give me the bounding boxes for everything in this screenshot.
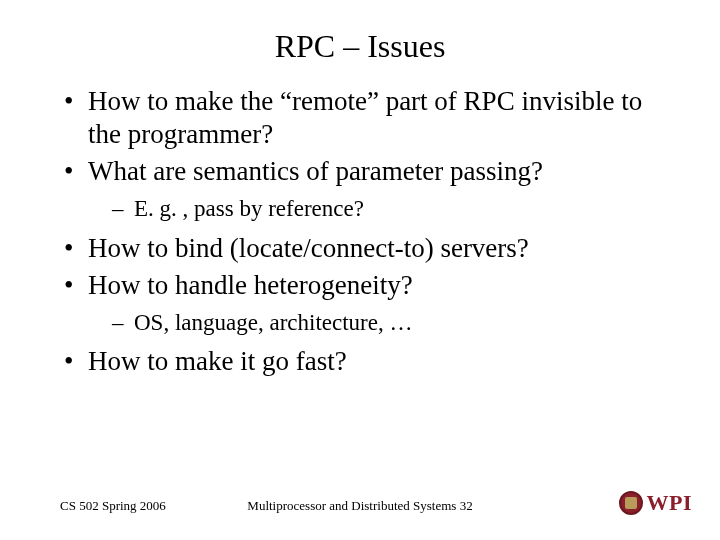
sub-bullet-list: E. g. , pass by reference? bbox=[88, 194, 680, 224]
slide: RPC – Issues How to make the “remote” pa… bbox=[0, 0, 720, 540]
bullet-item: How to handle heterogeneity? OS, languag… bbox=[60, 269, 680, 338]
bullet-list: How to make the “remote” part of RPC inv… bbox=[60, 85, 680, 378]
sub-bullet-text: E. g. , pass by reference? bbox=[134, 196, 364, 221]
bullet-item: What are semantics of parameter passing?… bbox=[60, 155, 680, 224]
bullet-text: How to handle heterogeneity? bbox=[88, 270, 413, 300]
footer: CS 502 Spring 2006 Multiprocessor and Di… bbox=[0, 484, 720, 514]
bullet-text: How to bind (locate/connect-to) servers? bbox=[88, 233, 529, 263]
slide-title: RPC – Issues bbox=[0, 0, 720, 85]
wpi-logo: WPI bbox=[619, 488, 693, 518]
bullet-text: How to make it go fast? bbox=[88, 346, 347, 376]
wpi-logo-text: WPI bbox=[647, 490, 693, 516]
sub-bullet-list: OS, language, architecture, … bbox=[88, 308, 680, 338]
sub-bullet-item: OS, language, architecture, … bbox=[112, 308, 680, 338]
wpi-seal-icon bbox=[619, 491, 643, 515]
bullet-item: How to make it go fast? bbox=[60, 345, 680, 378]
bullet-text: How to make the “remote” part of RPC inv… bbox=[88, 86, 642, 149]
bullet-text: What are semantics of parameter passing? bbox=[88, 156, 543, 186]
sub-bullet-item: E. g. , pass by reference? bbox=[112, 194, 680, 224]
footer-center: Multiprocessor and Distributed Systems 3… bbox=[0, 498, 720, 514]
bullet-item: How to make the “remote” part of RPC inv… bbox=[60, 85, 680, 151]
bullet-item: How to bind (locate/connect-to) servers? bbox=[60, 232, 680, 265]
slide-body: How to make the “remote” part of RPC inv… bbox=[0, 85, 720, 378]
sub-bullet-text: OS, language, architecture, … bbox=[134, 310, 412, 335]
